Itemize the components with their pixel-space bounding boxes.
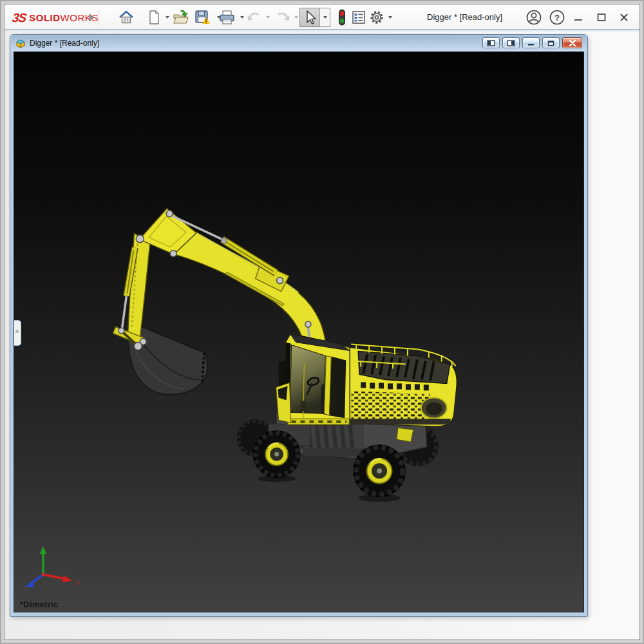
user-account-icon	[526, 9, 542, 26]
settings-dropdown[interactable]	[386, 8, 395, 26]
doc-close-icon	[569, 40, 576, 46]
triad-x-label: x	[75, 578, 80, 586]
undo-icon	[246, 9, 263, 26]
mdi-area: Digger * [Read-only]	[5, 32, 639, 639]
part-document-icon	[15, 39, 26, 48]
new-document-dropdown[interactable]	[163, 8, 172, 26]
side-vent-grille	[351, 391, 430, 421]
new-document-icon	[146, 9, 162, 26]
dassault-3ds-icon: 3S	[11, 11, 26, 25]
select-tool-group	[299, 8, 330, 27]
home-icon	[118, 9, 135, 26]
doc-restore-button[interactable]	[542, 37, 560, 48]
help-button[interactable]: ?	[549, 9, 565, 26]
undo-dropdown[interactable]	[263, 8, 272, 26]
doc-minimize-icon	[527, 40, 535, 46]
print-button[interactable]	[218, 8, 236, 26]
doc-close-button[interactable]	[562, 37, 582, 48]
app-titlebar: 3S SOLIDWORKS	[5, 5, 639, 30]
orientation-triad: x	[21, 545, 91, 605]
brand-solid: SOLID	[29, 12, 60, 23]
cab	[276, 333, 350, 424]
windshield	[290, 345, 326, 413]
solidworks-logo: 3S SOLIDWORKS	[12, 10, 99, 26]
feature-panel-splitter-tab[interactable]	[14, 320, 21, 346]
pane-right-icon	[507, 40, 515, 46]
menu-flyout-chevron-icon[interactable]	[88, 13, 96, 22]
close-icon	[619, 12, 629, 23]
maximize-icon	[596, 12, 607, 23]
close-button[interactable]	[616, 9, 632, 26]
select-tool-button[interactable]	[300, 8, 320, 26]
open-button[interactable]	[172, 8, 190, 26]
pane-left-icon	[487, 40, 495, 46]
view-orientation-label: *Dimetric	[20, 600, 59, 609]
rear-fender	[397, 428, 413, 442]
select-tool-dropdown[interactable]	[320, 8, 330, 26]
home-button[interactable]	[117, 8, 135, 26]
save-icon	[193, 8, 211, 26]
doc-restore-icon	[547, 40, 554, 46]
redo-icon	[274, 9, 291, 26]
new-document-button[interactable]	[145, 8, 163, 26]
document-title: Digger * [Read-only]	[30, 39, 99, 48]
pane-right-button[interactable]	[502, 37, 520, 48]
redo-button[interactable]	[274, 8, 292, 26]
document-window-controls	[480, 37, 582, 48]
traffic-light-button[interactable]	[333, 8, 351, 26]
traffic-light-icon	[337, 8, 347, 26]
open-folder-icon	[172, 9, 190, 26]
graphics-viewport[interactable]: x *Dimetric	[14, 52, 584, 612]
rear-wheel	[354, 445, 405, 497]
properties-panel-icon	[351, 10, 366, 25]
save-button[interactable]	[193, 8, 211, 26]
doc-minimize-button[interactable]	[522, 37, 540, 48]
undo-button[interactable]	[245, 8, 263, 26]
app-window-title: Digger * [Read-only]	[427, 5, 502, 30]
triad-x-axis	[43, 574, 66, 579]
pane-left-button[interactable]	[482, 37, 500, 48]
bucket-cylinder-rod	[122, 296, 126, 329]
document-titlebar[interactable]: Digger * [Read-only]	[11, 35, 587, 51]
excavator-model[interactable]	[14, 52, 583, 612]
user-account-button[interactable]	[526, 9, 542, 26]
minimize-button[interactable]	[570, 9, 587, 26]
properties-panel-button[interactable]	[350, 8, 368, 26]
solidworks-window: 3S SOLIDWORKS	[4, 4, 640, 640]
toolbar-separator	[99, 10, 99, 26]
settings-button[interactable]	[368, 8, 386, 26]
document-window: Digger * [Read-only]	[10, 34, 588, 617]
maximize-button[interactable]	[593, 9, 610, 26]
print-icon	[218, 9, 236, 26]
settings-gear-icon	[368, 9, 385, 26]
minimize-icon	[573, 12, 583, 23]
front-wheel	[254, 431, 300, 477]
select-cursor-icon	[303, 10, 317, 25]
